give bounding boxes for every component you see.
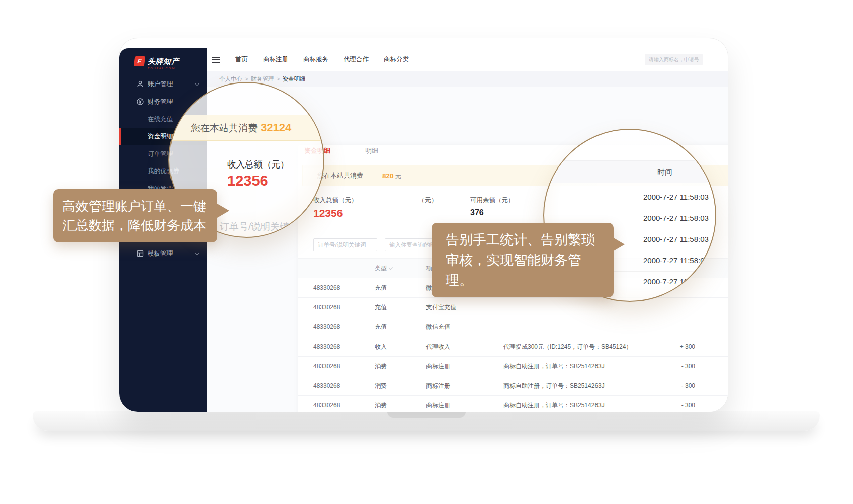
breadcrumb-item[interactable]: 个人中心 bbox=[219, 76, 242, 82]
cell-type: 消费 bbox=[375, 401, 426, 410]
cell-balance: ¥ 12231 bbox=[695, 382, 728, 389]
cell-amount: - 300 bbox=[646, 402, 695, 409]
cell-project: 微信充值 bbox=[426, 323, 503, 331]
breadcrumb-separator: > bbox=[277, 76, 280, 82]
sort-icon bbox=[389, 265, 393, 269]
cell-type: 充值 bbox=[375, 284, 426, 292]
cell-balance: ¥ 12231 bbox=[695, 402, 728, 409]
top-navigation: 首页 商标注册 商标服务 代理合作 商标分类 bbox=[207, 48, 728, 71]
breadcrumb: 个人中心>财务管理>资金明细 bbox=[207, 71, 728, 87]
cell-desc: 商标自助注册，订单号：SB2514263J bbox=[503, 362, 646, 371]
cell-order: 48330268 bbox=[298, 323, 375, 330]
cell-order: 48330268 bbox=[298, 304, 375, 311]
table-row: 48330268 消费 商标注册 商标自助注册，订单号：SB2514263J -… bbox=[298, 376, 728, 396]
stat-label: 收入总额（元） bbox=[313, 196, 358, 205]
callout-left: 高效管理账户订单、一键汇总数据，降低财务成本 bbox=[53, 189, 217, 242]
cell-type: 消费 bbox=[375, 382, 426, 390]
table-row: 48330268 充值 支付宝充值 2000-7-27 11:58:03 bbox=[298, 298, 728, 317]
search-input[interactable] bbox=[645, 54, 703, 65]
nav-item-trademark-service[interactable]: 商标服务 bbox=[303, 55, 328, 64]
template-icon bbox=[136, 249, 144, 258]
cell-order: 48330268 bbox=[298, 363, 375, 370]
breadcrumb-current: 资金明细 bbox=[282, 76, 305, 82]
cell-amount: - 300 bbox=[646, 382, 695, 389]
brand-name: 头牌知产 bbox=[148, 56, 179, 66]
brand-logo[interactable]: F 头牌知产 TOUPAI.COM bbox=[134, 56, 179, 66]
cell-balance: ¥ 12231 bbox=[695, 343, 728, 350]
tab-secondary[interactable]: 明细 bbox=[365, 146, 378, 155]
cell-type: 收入 bbox=[375, 343, 426, 351]
cell-type: 充值 bbox=[375, 303, 426, 312]
magnified-time-value: 2000-7-27 11:58:03 bbox=[643, 193, 709, 201]
cell-order: 48330268 bbox=[298, 382, 375, 389]
cell-project: 商标注册 bbox=[426, 401, 503, 410]
magnified-time-value: 2000-7-27 11:58:03 bbox=[643, 256, 709, 265]
cell-type: 充值 bbox=[375, 323, 426, 331]
stats-divider bbox=[464, 196, 464, 219]
stat-label: 可用余额（元） bbox=[470, 196, 515, 205]
magnified-income-value: 12356 bbox=[227, 173, 268, 189]
cell-order: 48330268 bbox=[298, 343, 375, 350]
table-row: 48330268 充值 微信充值 2000-7-27 11:58:03 bbox=[298, 317, 728, 337]
magnified-banner-text: 您在本站共消费32124 bbox=[191, 121, 291, 135]
cell-desc: 商标自助注册，订单号：SB2514263J bbox=[503, 382, 646, 390]
table-row: 48330268 收入 代理收入 代理提成300元（ID:1245，订单号：SB… bbox=[298, 337, 728, 357]
sidebar-item-label: 财务管理 bbox=[148, 98, 173, 106]
banner-text: 您在本站共消费 bbox=[317, 165, 363, 186]
row-divider bbox=[544, 208, 715, 208]
laptop-base bbox=[33, 411, 820, 431]
brand-subtitle: TOUPAI.COM bbox=[148, 67, 175, 70]
nav-item-agency[interactable]: 代理合作 bbox=[344, 55, 369, 64]
menu-icon[interactable] bbox=[212, 57, 220, 63]
cell-balance: ¥ 12231 bbox=[695, 363, 728, 370]
chevron-down-icon bbox=[195, 81, 200, 86]
magnified-time-value: 2000-7-27 11:58:03 bbox=[643, 214, 709, 222]
cell-project: 商标注册 bbox=[426, 382, 503, 390]
breadcrumb-separator: > bbox=[245, 76, 248, 82]
stat-value: 376 bbox=[470, 208, 515, 217]
sidebar-item-label: 账户管理 bbox=[148, 80, 173, 89]
user-icon bbox=[136, 80, 144, 88]
sidebar-item-label: 模板管理 bbox=[148, 249, 173, 258]
finance-icon bbox=[136, 98, 144, 106]
sidebar-item-label: 资金明细 bbox=[148, 132, 173, 141]
magnified-time-value: 2000-7-27 11:58:03 bbox=[643, 235, 709, 243]
brand-logo-icon: F bbox=[134, 56, 146, 66]
cell-project: 支付宝充值 bbox=[426, 303, 503, 312]
magnified-time-header: 时间 bbox=[544, 160, 715, 183]
table-row: 48330268 消费 商标注册 商标自助注册，订单号：SB2514263J -… bbox=[298, 357, 728, 376]
stat-value: 12356 bbox=[313, 207, 358, 219]
cell-order: 48330268 bbox=[298, 402, 375, 409]
cell-type: 消费 bbox=[375, 362, 426, 371]
cell-project: 商标注册 bbox=[426, 362, 503, 371]
stat-expense: （元） bbox=[418, 196, 438, 205]
table-row: 48330268 消费 商标注册 商标自助注册，订单号：SB2514263J -… bbox=[298, 396, 728, 412]
nav-item-trademark-class[interactable]: 商标分类 bbox=[384, 55, 409, 64]
canvas: F 头牌知产 TOUPAI.COM 账户管理 bbox=[0, 0, 853, 504]
cell-desc: 商标自助注册，订单号：SB2514263J bbox=[503, 401, 646, 410]
magnified-income-label: 收入总额（元） bbox=[227, 158, 289, 171]
stat-label: （元） bbox=[418, 196, 438, 205]
header-type[interactable]: 类型 bbox=[375, 264, 426, 273]
breadcrumb-item[interactable]: 财务管理 bbox=[251, 76, 274, 82]
sidebar-item-label: 在线充值 bbox=[148, 115, 173, 124]
nav-items: 首页 商标注册 商标服务 代理合作 商标分类 bbox=[235, 55, 409, 64]
cell-amount: - 300 bbox=[646, 363, 695, 370]
sidebar-item-account[interactable]: 账户管理 bbox=[119, 75, 207, 93]
cell-amount: + 300 bbox=[646, 343, 695, 350]
nav-item-trademark-register[interactable]: 商标注册 bbox=[263, 55, 288, 64]
cell-order: 48330268 bbox=[298, 284, 375, 291]
nav-item-home[interactable]: 首页 bbox=[235, 55, 248, 64]
callout-right: 告别手工统计、告别繁琐审核，实现智能财务管理。 bbox=[432, 223, 614, 297]
cell-desc: 代理提成300元（ID:1245，订单号：SB45124） bbox=[503, 343, 646, 351]
sidebar-item-templates[interactable]: 模板管理 bbox=[119, 245, 207, 262]
chevron-down-icon bbox=[195, 250, 200, 256]
stat-balance: 可用余额（元） 376 bbox=[470, 196, 515, 217]
cell-project: 代理收入 bbox=[426, 343, 503, 351]
keyword-input[interactable] bbox=[313, 238, 377, 251]
banner-amount: 820元 bbox=[382, 165, 401, 186]
stat-income: 收入总额（元） 12356 bbox=[313, 196, 358, 219]
